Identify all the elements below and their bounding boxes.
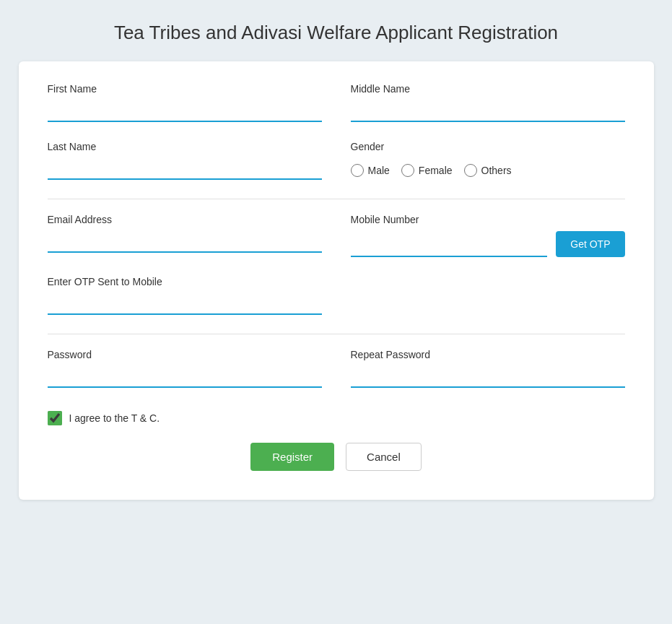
terms-label: I agree to the T & C. (69, 412, 160, 424)
register-button[interactable]: Register (250, 443, 334, 471)
last-name-input[interactable] (48, 158, 322, 180)
email-mobile-section: Email Address Mobile Number Get OTP (48, 214, 625, 269)
last-name-group: Last Name (48, 141, 322, 180)
section-divider-2 (48, 334, 625, 334)
gender-label: Gender (351, 141, 625, 152)
gender-female-option[interactable]: Female (401, 164, 453, 177)
otp-group: Enter OTP Sent to Mobile (48, 276, 322, 315)
otp-section: Enter OTP Sent to Mobile (48, 276, 625, 326)
otp-input[interactable] (48, 293, 322, 315)
password-group: Password (48, 349, 322, 388)
last-gender-section: Last Name Gender Male Female O (48, 141, 625, 191)
middle-name-input[interactable] (351, 100, 625, 122)
first-name-input[interactable] (48, 100, 322, 122)
gender-female-label: Female (419, 165, 453, 176)
gender-female-radio[interactable] (401, 164, 414, 177)
first-name-group: First Name (48, 83, 322, 122)
button-row: Register Cancel (48, 443, 625, 471)
mobile-label: Mobile Number (351, 214, 625, 225)
cancel-button[interactable]: Cancel (346, 443, 422, 471)
middle-name-group: Middle Name (351, 83, 625, 122)
otp-label: Enter OTP Sent to Mobile (48, 276, 322, 287)
gender-others-radio[interactable] (464, 164, 477, 177)
get-otp-button[interactable]: Get OTP (556, 231, 624, 257)
gender-group: Gender Male Female Others (351, 141, 625, 180)
first-name-label: First Name (48, 83, 322, 95)
repeat-password-input[interactable] (351, 366, 625, 388)
mobile-input-row: Get OTP (351, 231, 625, 257)
gender-others-option[interactable]: Others (464, 164, 512, 177)
email-input[interactable] (48, 231, 322, 253)
terms-row: I agree to the T & C. (48, 411, 625, 425)
gender-others-label: Others (481, 165, 512, 176)
mobile-group: Mobile Number Get OTP (351, 214, 625, 257)
middle-name-label: Middle Name (351, 83, 625, 95)
name-section: First Name Middle Name (48, 83, 625, 134)
repeat-password-group: Repeat Password (351, 349, 625, 388)
password-input[interactable] (48, 366, 322, 388)
gender-male-radio[interactable] (351, 164, 364, 177)
terms-checkbox[interactable] (48, 411, 62, 425)
password-section: Password Repeat Password (48, 349, 625, 399)
gender-male-option[interactable]: Male (351, 164, 390, 177)
form-card: First Name Middle Name Last Name Gender … (19, 61, 654, 500)
section-divider-1 (48, 199, 625, 199)
page-title: Tea Tribes and Adivasi Welfare Applicant… (114, 22, 558, 44)
email-label: Email Address (48, 214, 322, 225)
otp-placeholder-group (351, 276, 625, 315)
repeat-password-label: Repeat Password (351, 349, 625, 360)
gender-male-label: Male (368, 165, 390, 176)
password-label: Password (48, 349, 322, 360)
mobile-input[interactable] (351, 235, 548, 257)
email-group: Email Address (48, 214, 322, 257)
page-wrapper: Tea Tribes and Adivasi Welfare Applicant… (14, 22, 658, 500)
last-name-label: Last Name (48, 141, 322, 152)
gender-radio-options: Male Female Others (351, 164, 625, 177)
